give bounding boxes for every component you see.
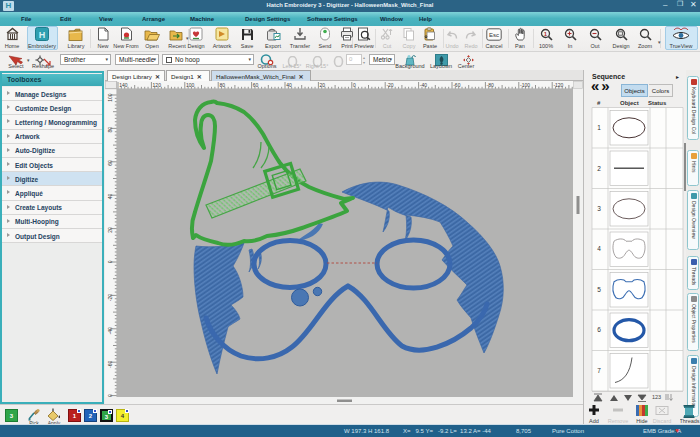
svg-text:20: 20 xyxy=(320,82,326,88)
svg-text:Esc: Esc xyxy=(489,32,499,38)
svg-text:7: 7 xyxy=(597,367,601,374)
svg-text:40: 40 xyxy=(286,82,292,88)
svg-text:-60: -60 xyxy=(453,82,460,88)
svg-text:Hide: Hide xyxy=(636,418,647,424)
svg-text:60: 60 xyxy=(107,160,113,166)
svg-text:Add: Add xyxy=(589,418,599,424)
svg-text:120: 120 xyxy=(153,82,162,88)
svg-text:100: 100 xyxy=(186,82,195,88)
svg-text:80: 80 xyxy=(107,127,113,133)
svg-text:2: 2 xyxy=(597,165,601,172)
svg-text:Remove: Remove xyxy=(608,418,628,424)
svg-text:-120: -120 xyxy=(553,82,563,88)
svg-text:-100: -100 xyxy=(520,82,530,88)
svg-text:4: 4 xyxy=(597,245,601,252)
svg-text:140: 140 xyxy=(119,82,128,88)
svg-text:-40: -40 xyxy=(107,327,113,334)
svg-text:H: H xyxy=(39,30,46,40)
svg-text:100: 100 xyxy=(107,93,113,102)
svg-text:-40: -40 xyxy=(420,82,427,88)
svg-text:0: 0 xyxy=(107,260,113,263)
svg-text:20: 20 xyxy=(107,227,113,233)
svg-text:Discard: Discard xyxy=(653,418,672,424)
svg-text:-60: -60 xyxy=(107,360,113,367)
svg-text:123: 123 xyxy=(652,394,661,400)
svg-text:40: 40 xyxy=(107,193,113,199)
svg-text:0: 0 xyxy=(353,82,356,88)
svg-text:1: 1 xyxy=(597,124,601,131)
svg-text:5: 5 xyxy=(597,286,601,293)
svg-text:-20: -20 xyxy=(107,294,113,301)
svg-text:60: 60 xyxy=(253,82,259,88)
svg-text:-80: -80 xyxy=(487,82,494,88)
svg-text:80: 80 xyxy=(219,82,225,88)
svg-text:-20: -20 xyxy=(386,82,393,88)
svg-text:1: 1 xyxy=(543,31,547,37)
svg-text:6: 6 xyxy=(597,326,601,333)
svg-text:3: 3 xyxy=(597,205,601,212)
